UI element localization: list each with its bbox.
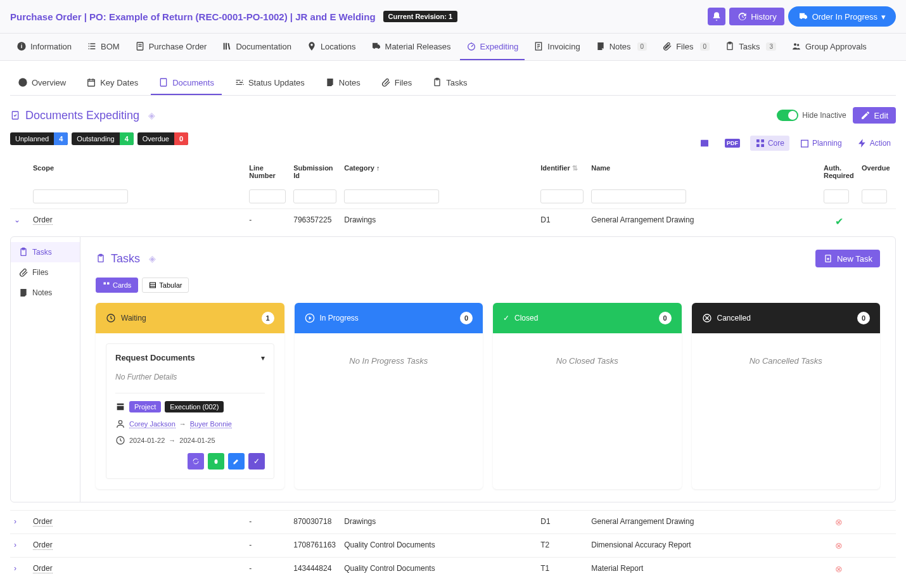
- clock-icon: [106, 313, 116, 323]
- task-card[interactable]: Request Documents ▾ No Further Details: [106, 343, 274, 479]
- tab-documents[interactable]: Documents: [151, 71, 222, 95]
- pill-overdue[interactable]: Overdue0: [137, 132, 188, 145]
- tab-notes[interactable]: Notes: [317, 71, 368, 95]
- adjust-icon: [234, 77, 245, 87]
- svg-rect-10: [88, 79, 95, 86]
- filter-category[interactable]: [344, 189, 439, 203]
- col-subid[interactable]: Submission Id: [290, 159, 340, 184]
- svg-text:i: i: [21, 43, 23, 49]
- info-icon: [18, 77, 28, 87]
- diamond-icon[interactable]: ◈: [149, 253, 156, 264]
- nav-po[interactable]: Purchase Order: [129, 34, 214, 60]
- invoice-icon: [533, 41, 544, 51]
- document-icon: [135, 41, 145, 51]
- person-to[interactable]: Buyer Bonnie: [190, 420, 232, 428]
- project-tag[interactable]: Project: [129, 401, 161, 412]
- tasks-title: Tasks ◈: [96, 252, 156, 265]
- pill-outstanding[interactable]: Outstanding4: [72, 132, 133, 145]
- svg-point-30: [118, 421, 122, 424]
- kanban-col-progress: In Progress0 No In Progress Tasks: [295, 303, 483, 489]
- hide-inactive-toggle[interactable]: Hide Inactive: [777, 110, 846, 121]
- nav-expediting[interactable]: Expediting: [460, 34, 525, 60]
- calendar-icon: [800, 138, 810, 148]
- card-action-refresh[interactable]: [188, 453, 204, 470]
- nav-invoicing[interactable]: Invoicing: [527, 34, 586, 60]
- edit-button[interactable]: Edit: [853, 107, 896, 124]
- card-action-edit[interactable]: [228, 453, 245, 470]
- view-cards-button[interactable]: Cards: [96, 278, 138, 293]
- expand-icon[interactable]: ›: [14, 517, 16, 526]
- status-button[interactable]: Order In Progress ▾: [788, 6, 896, 27]
- new-task-button[interactable]: New Task: [815, 250, 880, 267]
- table-icon: [149, 281, 156, 289]
- tab-overview[interactable]: Overview: [10, 71, 73, 95]
- card-action-bug[interactable]: [208, 453, 224, 470]
- export-pdf-button[interactable]: PDF: [720, 136, 745, 150]
- planning-button[interactable]: Planning: [794, 136, 847, 151]
- detail-tab-tasks[interactable]: Tasks: [11, 242, 80, 262]
- filter-auth[interactable]: [824, 189, 849, 203]
- nav-files[interactable]: Files0: [656, 34, 716, 60]
- filter-overdue[interactable]: [862, 189, 887, 203]
- nav-information[interactable]: iInformation: [10, 34, 78, 60]
- col-overdue[interactable]: Overdue: [858, 159, 896, 184]
- expand-icon[interactable]: ›: [14, 540, 16, 549]
- scope-link[interactable]: Order: [33, 517, 53, 527]
- tab-key-dates[interactable]: Key Dates: [79, 71, 146, 95]
- filter-identifier[interactable]: [540, 189, 584, 203]
- toggle-track[interactable]: [777, 110, 798, 121]
- expand-icon[interactable]: ›: [14, 564, 16, 573]
- notifications-button[interactable]: [708, 8, 725, 25]
- person-from[interactable]: Corey Jackson: [129, 420, 175, 428]
- col-category[interactable]: Category ↑: [340, 159, 537, 184]
- nav-documentation[interactable]: Documentation: [215, 34, 297, 60]
- document-icon: [10, 110, 20, 120]
- nav-locations[interactable]: Locations: [300, 34, 362, 60]
- col-identifier[interactable]: Identifier ⇅: [537, 159, 587, 184]
- col-auth[interactable]: Auth. Required: [820, 159, 858, 184]
- svg-rect-27: [107, 283, 110, 285]
- kanban-col-waiting: Waiting 1 Request Documents ▾: [96, 303, 284, 489]
- detail-tab-notes[interactable]: Notes: [11, 283, 80, 303]
- diamond-icon[interactable]: ◈: [148, 110, 155, 120]
- pencil-icon: [860, 110, 871, 120]
- core-button[interactable]: Core: [750, 136, 789, 151]
- pill-unplanned[interactable]: Unplanned4: [10, 132, 68, 145]
- tab-tasks[interactable]: Tasks: [424, 71, 475, 95]
- svg-rect-20: [801, 140, 808, 147]
- tab-files[interactable]: Files: [373, 71, 419, 95]
- filter-lineno[interactable]: [249, 189, 286, 203]
- filter-subid[interactable]: [293, 189, 336, 203]
- scope-link[interactable]: Order: [33, 564, 53, 573]
- history-icon: [737, 11, 747, 22]
- svg-point-7: [794, 43, 796, 46]
- nav-material-releases[interactable]: Material Releases: [365, 34, 457, 60]
- nav-notes[interactable]: Notes0: [589, 34, 654, 60]
- tab-status-updates[interactable]: Status Updates: [227, 71, 312, 95]
- col-name[interactable]: Name: [587, 159, 820, 184]
- execution-tag[interactable]: Execution (002): [165, 401, 224, 412]
- nav-group-approvals[interactable]: Group Approvals: [785, 34, 873, 60]
- clock-icon: [115, 435, 125, 445]
- scope-link[interactable]: Order: [33, 540, 53, 550]
- scope-link[interactable]: Order: [33, 215, 53, 225]
- action-button[interactable]: Action: [852, 136, 896, 151]
- svg-rect-19: [761, 144, 764, 147]
- card-header[interactable]: Request Documents ▾: [115, 353, 265, 362]
- note-icon: [18, 288, 29, 298]
- col-scope[interactable]: Scope: [29, 159, 245, 184]
- col-lineno[interactable]: Line Number: [245, 159, 290, 184]
- sort-icon: ⇅: [572, 164, 578, 172]
- view-tabular-button[interactable]: Tabular: [142, 278, 189, 293]
- card-action-done[interactable]: ✓: [248, 453, 265, 470]
- nav-bom[interactable]: BOM: [80, 34, 126, 60]
- grid-icon: [755, 138, 765, 148]
- filter-name[interactable]: [591, 189, 686, 203]
- history-button[interactable]: History: [729, 8, 784, 25]
- filter-scope[interactable]: [33, 189, 128, 203]
- table-row: › Order - 1708761163 Quality Control Doc…: [10, 534, 896, 558]
- collapse-icon[interactable]: ⌄: [14, 215, 20, 224]
- export-excel-button[interactable]: [694, 136, 715, 151]
- nav-tasks[interactable]: Tasks3: [718, 34, 782, 60]
- detail-tab-files[interactable]: Files: [11, 262, 80, 283]
